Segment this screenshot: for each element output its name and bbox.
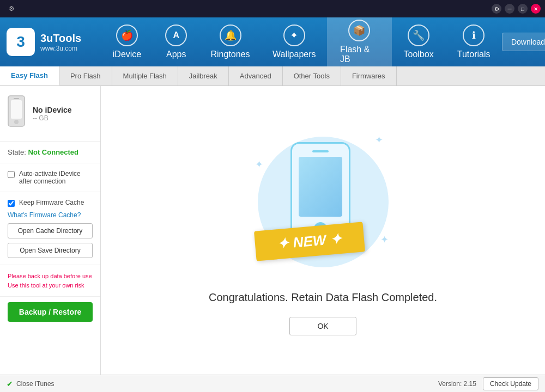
status-left: ✔ Close iTunes — [7, 379, 55, 388]
ringtones-icon: 🔔 — [220, 24, 241, 46]
version-label: Version: 2.15 — [438, 380, 476, 388]
warning-line1: Please back up data before use — [8, 272, 93, 281]
device-name: No iDevice — [33, 106, 72, 114]
tutorials-icon: ℹ — [463, 24, 485, 46]
auto-activate-row: Auto-activate iDevice after connection — [8, 170, 93, 185]
nav-flash[interactable]: 📦 Flash & JB — [327, 17, 392, 66]
nav-wallpapers-label: Wallpapers — [272, 50, 316, 59]
close-itunes-label: Close iTunes — [16, 380, 55, 388]
tab-pro-flash[interactable]: Pro Flash — [59, 66, 112, 85]
nav-wallpapers[interactable]: ✦ Wallpapers — [261, 17, 327, 66]
sidebar-warning: Please back up data before use Use this … — [0, 265, 100, 297]
nav-toolbox[interactable]: 🔧 Toolbox — [392, 17, 445, 66]
nav-right: Downloads ▼ — [502, 33, 545, 51]
app-name: 3uTools — [40, 32, 81, 45]
logo-area: 3 3uTools www.3u.com — [0, 28, 101, 56]
warning-line2: Use this tool at your own risk — [8, 281, 93, 290]
open-save-btn[interactable]: Open Save Directory — [8, 243, 93, 258]
titlebar: ⚙ ⚙ ─ □ ✕ — [0, 0, 545, 17]
flash-completed-panel: ✦ ✦ ✦ NEW Congratulations. Retain Data F… — [209, 126, 437, 335]
phone-illustration: ✦ ✦ ✦ NEW — [252, 126, 394, 278]
auto-activate-section: Auto-activate iDevice after connection — [0, 163, 100, 192]
topbar: 3 3uTools www.3u.com 🍎 iDevice A Apps 🔔 … — [0, 17, 545, 66]
sparkle-icon-3: ✦ — [380, 234, 389, 246]
downloads-label: Downloads — [511, 38, 545, 46]
status-right: Version: 2.15 Check Update — [438, 377, 538, 390]
device-phone-icon — [7, 95, 26, 132]
nav-tutorials-label: Tutorials — [457, 50, 491, 59]
tab-advanced[interactable]: Advanced — [229, 66, 283, 85]
auto-activate-checkbox[interactable] — [8, 171, 15, 178]
check-update-btn[interactable]: Check Update — [483, 377, 538, 390]
tab-multiple-flash[interactable]: Multiple Flash — [112, 66, 178, 85]
tab-easy-flash[interactable]: Easy Flash — [0, 66, 59, 85]
nav-idevice[interactable]: 🍎 iDevice — [101, 17, 153, 66]
device-storage: -- GB — [33, 114, 72, 122]
keep-cache-row: Keep Firmware Cache — [8, 199, 93, 207]
backup-restore-btn[interactable]: Backup / Restore — [8, 302, 93, 322]
nav-toolbox-label: Toolbox — [404, 50, 434, 59]
sparkle-icon-2: ✦ — [255, 158, 263, 170]
logo-icon: 3 — [7, 28, 35, 56]
subtabs: Easy Flash Pro Flash Multiple Flash Jail… — [0, 66, 545, 86]
state-row: State: Not Connected — [0, 142, 100, 163]
apps-icon: A — [165, 24, 187, 46]
tab-firmwares[interactable]: Firmwares — [341, 66, 397, 85]
svg-point-2 — [14, 120, 19, 124]
device-info: No iDevice -- GB — [0, 86, 100, 142]
congrats-text: Congratulations. Retain Data Flash Compl… — [209, 291, 437, 304]
state-value: Not Connected — [28, 148, 78, 156]
tab-other-tools[interactable]: Other Tools — [283, 66, 341, 85]
device-text: No iDevice -- GB — [33, 106, 72, 122]
keep-cache-label: Keep Firmware Cache — [19, 199, 84, 206]
cache-section: Keep Firmware Cache What's Firmware Cach… — [0, 192, 100, 265]
ok-button[interactable]: OK — [289, 317, 356, 335]
tab-jailbreak[interactable]: Jailbreak — [178, 66, 229, 85]
phone-speaker — [312, 150, 329, 152]
nav-apps-label: Apps — [166, 50, 186, 59]
app-url: www.3u.com — [40, 45, 81, 52]
flash-icon: 📦 — [348, 20, 370, 41]
idevice-icon: 🍎 — [116, 24, 138, 46]
nav-ringtones[interactable]: 🔔 Ringtones — [199, 17, 262, 66]
main-content: ✦ ✦ ✦ NEW Congratulations. Retain Data F… — [101, 86, 545, 375]
main-area: No iDevice -- GB State: Not Connected Au… — [0, 86, 545, 375]
close-btn[interactable]: ✕ — [531, 4, 541, 14]
keep-cache-checkbox[interactable] — [8, 200, 15, 207]
whats-cache-link[interactable]: What's Firmware Cache? — [8, 211, 93, 219]
statusbar: ✔ Close iTunes Version: 2.15 Check Updat… — [0, 375, 545, 392]
nav-items: 🍎 iDevice A Apps 🔔 Ringtones ✦ Wallpaper… — [101, 17, 502, 66]
maximize-btn[interactable]: □ — [518, 4, 528, 14]
toolbox-icon: 🔧 — [408, 24, 429, 46]
nav-ringtones-label: Ringtones — [210, 50, 250, 59]
svg-rect-3 — [14, 98, 19, 99]
sidebar: No iDevice -- GB State: Not Connected Au… — [0, 86, 101, 375]
nav-idevice-label: iDevice — [113, 50, 141, 59]
downloads-button[interactable]: Downloads ▼ — [502, 33, 545, 51]
auto-activate-label: Auto-activate iDevice after connection — [19, 170, 93, 185]
itunes-check-icon: ✔ — [7, 379, 13, 388]
phone-screen — [299, 157, 342, 217]
nav-tutorials[interactable]: ℹ Tutorials — [445, 17, 502, 66]
nav-flash-label: Flash & JB — [340, 45, 379, 64]
state-label: State: — [8, 148, 26, 156]
nav-apps[interactable]: A Apps — [153, 17, 199, 66]
logo-text: 3uTools www.3u.com — [40, 32, 81, 52]
sparkle-icon-1: ✦ — [375, 134, 383, 146]
settings-btn[interactable]: ⚙ — [492, 4, 501, 14]
open-cache-btn[interactable]: Open Cache Directory — [8, 223, 93, 238]
wallpapers-icon: ✦ — [283, 24, 305, 46]
minimize-btn[interactable]: ─ — [505, 4, 514, 14]
svg-rect-1 — [11, 100, 22, 119]
